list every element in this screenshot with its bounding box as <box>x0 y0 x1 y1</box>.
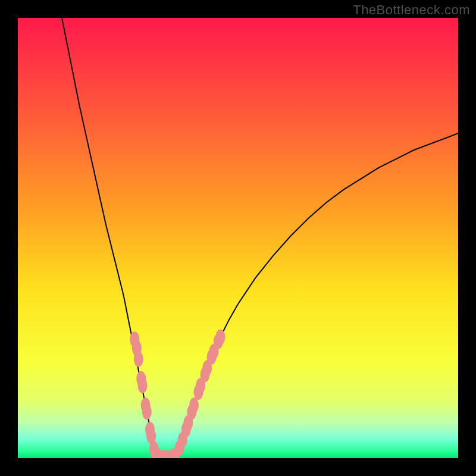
chart-frame: TheBottleneck.com <box>0 0 476 476</box>
bead <box>134 352 143 367</box>
bead <box>142 404 152 419</box>
bead <box>137 378 147 393</box>
watermark-text: TheBottleneck.com <box>353 2 470 18</box>
chart-svg <box>18 18 458 458</box>
bead <box>189 397 199 413</box>
bead <box>215 330 225 345</box>
plot-area <box>18 18 458 458</box>
chart-background <box>18 18 458 458</box>
